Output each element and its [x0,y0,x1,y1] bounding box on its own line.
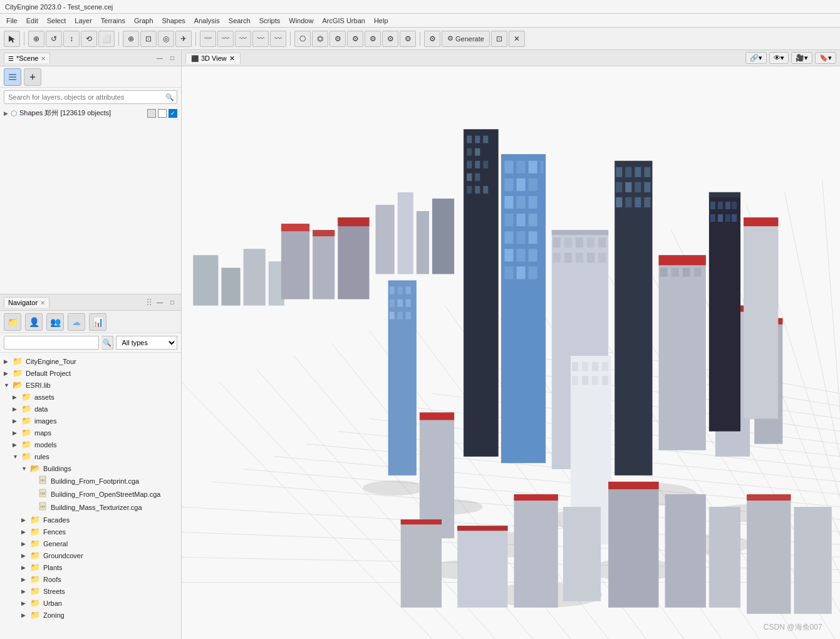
tree-item-zoning[interactable]: ▶📁Zoning [0,609,181,621]
nav-search-input[interactable] [4,336,99,350]
nav-cloud-btn[interactable]: ☁ [68,313,85,331]
shape1-btn[interactable]: 〰 [200,31,216,47]
shape4-btn[interactable]: 〰 [252,31,269,47]
nav-chart-btn[interactable]: 📊 [89,313,106,331]
scene-close-btn[interactable]: ✕ [41,55,46,62]
nav-person-btn[interactable]: 👤 [25,313,43,331]
tree-item-streets[interactable]: ▶📁Streets [0,585,181,597]
tree-item-images[interactable]: ▶📁images [0,415,181,427]
tree-arrow-models[interactable]: ▶ [13,442,20,448]
tree-item-maps[interactable]: ▶📁maps [0,427,181,439]
zoom-btn[interactable]: ◎ [158,31,174,47]
scene-tab[interactable]: ☰ *Scene ✕ [4,53,50,63]
menu-file[interactable]: File [3,16,21,26]
menu-window[interactable]: Window [285,16,317,26]
tree-item-rules[interactable]: ▼📁rules [0,450,181,462]
scale-btn[interactable]: ↕ [63,31,80,47]
scene-add-btn[interactable]: + [24,68,41,86]
misc2-btn[interactable]: ⏣ [312,31,328,47]
view-link-btn[interactable]: 🔗▾ [745,52,767,64]
tree-item-data[interactable]: ▶📁data [0,403,181,415]
nav-type-filter[interactable]: All types Scenes Models Rules Assets Ima… [116,336,177,350]
menu-scripts[interactable]: Scripts [256,16,284,26]
tree-item-general[interactable]: ▶📁General [0,538,181,549]
tree-item-default-project[interactable]: ▶📁Default Project [0,367,181,379]
tree-arrow-data[interactable]: ▶ [13,406,20,412]
tree-item-fences[interactable]: ▶📁Fences [0,526,181,538]
nav-group-btn[interactable]: 👥 [46,313,64,331]
menu-layer[interactable]: Layer [71,16,96,26]
generate-btn[interactable]: ⚙Generate [442,31,490,47]
scene-search-input[interactable] [4,90,177,104]
move-btn[interactable]: ⊕ [28,31,44,47]
menu-analysis[interactable]: Analysis [190,16,224,26]
fly-btn[interactable]: ✈ [175,31,192,47]
settings2-btn[interactable]: ⚙ [424,31,440,47]
nav-maximize-btn[interactable]: □ [167,298,177,308]
orbit-btn[interactable]: ⊕ [123,31,139,47]
nav-search-btn[interactable]: 🔍 [101,336,113,350]
menu-arcgis-urban[interactable]: ArcGIS Urban [318,16,368,26]
tree-item-groundcover[interactable]: ▶📁Groundcover [0,549,181,561]
layer-vis-checkbox[interactable] [147,109,156,118]
menu-shapes[interactable]: Shapes [158,16,189,26]
tree-arrow-maps[interactable]: ▶ [13,430,20,436]
scene-maximize-btn[interactable]: □ [167,53,177,63]
menu-select[interactable]: Select [43,16,70,26]
nav-drag-handle[interactable]: ⠿ [146,298,152,308]
tree-arrow-facades[interactable]: ▶ [21,517,29,523]
shape3-btn[interactable]: 〰 [235,31,251,47]
pan-btn[interactable]: ⊡ [140,31,157,47]
view-bookmark-btn[interactable]: 🔖▾ [815,52,836,64]
tree-arrow-assets[interactable]: ▶ [13,394,20,400]
tree-arrow-zoning[interactable]: ▶ [21,612,29,618]
misc3-btn[interactable]: ⚙ [329,31,346,47]
layer-sel-checkbox[interactable] [158,109,167,118]
tree-arrow-buildings[interactable]: ▼ [21,465,29,472]
view-camera-btn[interactable]: 🎥▾ [791,52,812,64]
rotate-btn[interactable]: ↺ [46,31,62,47]
menu-graph[interactable]: Graph [130,16,157,26]
tree-item-facades[interactable]: ▶📁Facades [0,514,181,526]
view-eye-btn[interactable]: 👁▾ [769,52,789,64]
tree-item-urban[interactable]: ▶📁Urban [0,597,181,609]
nav-folder-btn[interactable]: 📁 [4,313,21,331]
tree-arrow-images[interactable]: ▶ [13,418,20,424]
tree-item-bmt[interactable]: cgaBuilding_Mass_Texturizer.cga [0,501,181,514]
tree-item-buildings[interactable]: ▼📂Buildings [0,462,181,474]
undo-btn[interactable]: ⟲ [81,31,97,47]
layer-active-checkbox[interactable]: ✓ [169,109,177,118]
scene-layer-btn[interactable] [4,68,21,86]
3d-view-tab[interactable]: ⬛ 3D View ✕ [185,53,241,64]
tree-item-esri-lib[interactable]: ▼📂ESRI.lib [0,379,181,391]
close-toolbar-btn[interactable]: ✕ [509,31,525,47]
menu-terrains[interactable]: Terrains [97,16,129,26]
tree-item-plants[interactable]: ▶📁Plants [0,561,181,573]
layer-expand-arrow[interactable]: ▶ [4,110,8,117]
navigator-tab[interactable]: Navigator ✕ [4,297,49,308]
nav-close-btn[interactable]: ✕ [40,299,45,306]
scene-minimize-btn[interactable]: — [155,53,165,63]
tree-item-bfosm[interactable]: cgaBuilding_From_OpenStreetMap.cga [0,487,181,501]
menu-edit[interactable]: Edit [23,16,42,26]
select-tool-btn[interactable] [4,31,20,47]
tree-arrow-plants[interactable]: ▶ [21,564,29,571]
misc5-btn[interactable]: ⚙ [365,31,381,47]
menu-help[interactable]: Help [370,16,392,26]
tree-arrow-groundcover[interactable]: ▶ [21,553,29,559]
misc7-btn[interactable]: ⚙ [400,31,416,47]
menu-search[interactable]: Search [225,16,254,26]
tree-arrow-urban[interactable]: ▶ [21,600,29,606]
misc1-btn[interactable]: ⎔ [294,31,311,47]
tree-arrow-default-project[interactable]: ▶ [4,370,11,377]
misc4-btn[interactable]: ⚙ [347,31,363,47]
tree-arrow-cityengine-tour[interactable]: ▶ [4,358,11,365]
tree-item-bff[interactable]: cgaBuilding_From_Footprint.cga [0,474,181,487]
redo-btn[interactable]: ⬜ [98,31,115,47]
tree-arrow-streets[interactable]: ▶ [21,588,29,595]
tree-arrow-rules[interactable]: ▼ [13,454,20,460]
tree-arrow-general[interactable]: ▶ [21,541,29,547]
tree-item-roofs[interactable]: ▶📁Roofs [0,573,181,585]
shape2-btn[interactable]: 〰 [217,31,234,47]
tree-item-assets[interactable]: ▶📁assets [0,391,181,403]
